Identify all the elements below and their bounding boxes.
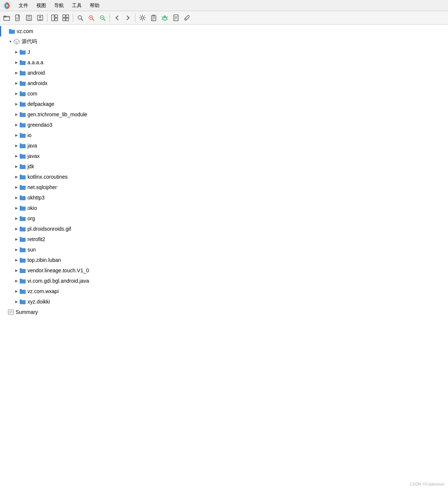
tree-item-javax[interactable]: javax — [0, 151, 448, 161]
zoom-in-green-button[interactable] — [97, 13, 108, 23]
svg-point-45 — [185, 19, 186, 20]
tree-area: vz.com 源代码 J — [0, 25, 448, 319]
separator-3 — [109, 14, 110, 22]
separator-2 — [73, 14, 73, 22]
svg-line-37 — [167, 17, 168, 17]
chevron-empty — [3, 28, 9, 34]
menu-navigate[interactable]: 导航 — [50, 1, 68, 10]
folder-chevron — [13, 288, 19, 294]
tree-item-vi-com-gdi-bgl-android-java[interactable]: vi.com.gdi.bgl.android.java — [0, 276, 448, 286]
tree-item-org[interactable]: org — [0, 213, 448, 224]
tree-root-vz-com[interactable]: vz.com — [0, 26, 448, 36]
folder-chevron — [13, 226, 19, 232]
open-folder-button[interactable] — [1, 13, 12, 23]
folder-icon — [19, 278, 26, 284]
save-button[interactable] — [24, 13, 34, 23]
folder-icon — [19, 121, 26, 128]
svg-rect-8 — [27, 15, 30, 17]
tree-item-okio[interactable]: okio — [0, 203, 448, 213]
folder-label: java — [27, 143, 37, 149]
tree-item-com[interactable]: com — [0, 88, 448, 99]
tree-item-pl-droidsonroids-gif[interactable]: pl.droidsonroids.gif — [0, 224, 448, 234]
folder-label: greendao3 — [27, 122, 52, 128]
tree-item-defpackage[interactable]: defpackage — [0, 99, 448, 109]
tree-item-io[interactable]: io — [0, 130, 448, 140]
tree-item-jdk[interactable]: jdk — [0, 161, 448, 172]
menu-help[interactable]: 帮助 — [86, 1, 103, 10]
folder-label: okio — [27, 205, 37, 211]
folder-chevron — [13, 174, 19, 180]
layout-button[interactable] — [49, 13, 60, 23]
folder-label: jdk — [27, 163, 34, 169]
folder-chevron — [13, 195, 19, 201]
svg-line-39 — [167, 19, 168, 19]
folder-label: net.sqlcipher — [27, 184, 57, 190]
tree-item-greendao3[interactable]: greendao3 — [0, 120, 448, 130]
tree-item-retrofit2[interactable]: retrofit2 — [0, 234, 448, 244]
summary-label: Summary — [16, 309, 38, 315]
tree-item-vendor-lineage-touch-v1-0[interactable]: vendor.lineage.touch.V1_0 — [0, 265, 448, 276]
tree-item-sun[interactable]: sun — [0, 244, 448, 255]
settings-button[interactable] — [137, 13, 148, 23]
svg-rect-18 — [66, 18, 69, 21]
tree-item-a-a-a-a[interactable]: a.a.a.a — [0, 57, 448, 68]
folder-chevron — [13, 122, 19, 128]
menu-view[interactable]: 视图 — [33, 1, 50, 10]
folder-icon — [19, 101, 26, 107]
tree-source-root[interactable]: 源代码 — [0, 36, 448, 47]
separator-1 — [47, 14, 48, 22]
search-button[interactable] — [75, 13, 85, 23]
source-chevron — [7, 39, 13, 45]
source-label: 源代码 — [22, 38, 37, 45]
tree-item-top-zibin-luban[interactable]: top.zibin.luban — [0, 255, 448, 265]
tree-item-vz-com-wxapi[interactable]: vz.com.wxapi — [0, 286, 448, 296]
open-file-button[interactable] — [13, 13, 23, 23]
tree-item-kotlinx-coroutines[interactable]: kotlinx.coroutines — [0, 172, 448, 182]
folder-label: a.a.a.a — [27, 59, 43, 65]
folder-icon — [19, 288, 26, 295]
tree-summary[interactable]: Summary — [0, 307, 448, 317]
tree-item-android[interactable]: android — [0, 68, 448, 78]
back-button[interactable] — [112, 13, 122, 23]
tree-item-androidx[interactable]: androidx — [0, 78, 448, 88]
folder-icon — [19, 163, 26, 170]
tree-item-okhttp3[interactable]: okhttp3 — [0, 192, 448, 203]
folder-chevron — [13, 91, 19, 97]
folder-chevron — [13, 236, 19, 242]
tree-item-net-sqlcipher[interactable]: net.sqlcipher — [0, 182, 448, 192]
bug-button[interactable] — [160, 13, 170, 23]
folder-icon — [19, 69, 26, 76]
folder-icon — [19, 298, 26, 305]
folder-icon — [19, 225, 26, 232]
folder-chevron — [13, 111, 19, 117]
folder-icon — [19, 215, 26, 222]
folder-icon — [19, 173, 26, 180]
folder-label: kotlinx.coroutines — [27, 174, 68, 180]
folder-label: gen.trichrome_lib_module — [27, 111, 87, 117]
document-button[interactable] — [171, 13, 181, 23]
tree-item-xyz-doikki[interactable]: xyz.doikki — [0, 296, 448, 307]
folder-label: android — [27, 70, 45, 76]
menu-tools[interactable]: 工具 — [68, 1, 85, 10]
clipboard-button[interactable] — [148, 13, 159, 23]
tree-item-java[interactable]: java — [0, 140, 448, 151]
svg-line-22 — [92, 19, 94, 20]
watermark: CSDN ©Codeoooo — [410, 482, 444, 486]
forward-button[interactable] — [123, 13, 133, 23]
svg-rect-15 — [63, 15, 65, 17]
zoom-in-red-button[interactable] — [86, 13, 97, 23]
menu-file[interactable]: 文件 — [15, 1, 32, 10]
svg-line-38 — [162, 19, 163, 19]
tree-item-gen-trichrome-lib-module[interactable]: gen.trichrome_lib_module — [0, 109, 448, 120]
svg-rect-17 — [63, 18, 65, 21]
folder-chevron — [13, 49, 19, 55]
menu-bar: 文件 视图 导航 工具 帮助 — [0, 0, 448, 11]
wrench-button[interactable] — [182, 13, 192, 23]
export-button[interactable] — [35, 13, 45, 23]
folder-chevron — [13, 184, 19, 190]
svg-rect-16 — [66, 15, 69, 17]
grid-button[interactable] — [61, 13, 71, 23]
svg-line-47 — [14, 40, 17, 42]
folder-icon — [19, 59, 26, 66]
tree-item-j[interactable]: J — [0, 47, 448, 57]
